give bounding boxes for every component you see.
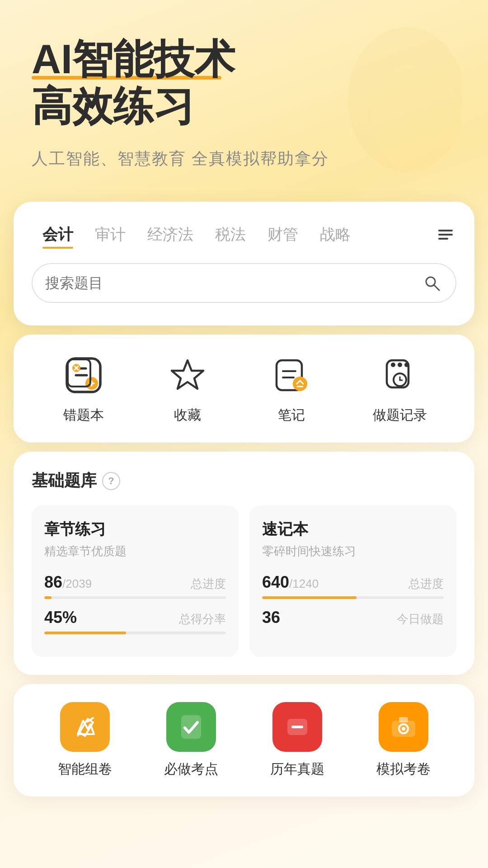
tab-accounting[interactable]: 会计 [32, 220, 84, 250]
search-bar[interactable] [32, 263, 456, 303]
tool-must-do[interactable]: 必做考点 [164, 702, 218, 778]
svg-line-3 [434, 285, 439, 290]
quick-notes-desc: 零碎时间快速练习 [262, 543, 444, 559]
tab-finance[interactable]: 财管 [257, 220, 309, 250]
action-notes[interactable]: 笔记 [269, 353, 314, 425]
quick-actions-card: 错题本 收藏 笔记 [14, 335, 474, 443]
base-library-card: 基础题库 ? 章节练习 精选章节优质题 86/2039 总进度 45% 总得分率 [14, 452, 474, 675]
favorites-label: 收藏 [174, 406, 201, 425]
svg-point-26 [404, 363, 409, 367]
chapter-score-bar [44, 632, 226, 634]
svg-rect-39 [399, 717, 408, 722]
notes-label: 笔记 [278, 406, 305, 425]
quick-notes-title: 速记本 [262, 519, 444, 540]
hero-subtitle: 人工智能、智慧教育 全真模拟帮助拿分 [32, 148, 456, 170]
tab-economic-law[interactable]: 经济法 [136, 220, 204, 250]
tab-menu-icon[interactable] [435, 226, 456, 243]
lib-cards-grid: 章节练习 精选章节优质题 86/2039 总进度 45% 总得分率 速记本 零碎… [32, 505, 456, 657]
tool-past-exams[interactable]: 历年真题 [270, 702, 324, 778]
hero-title-line1: AI智能技术 [32, 36, 456, 83]
history-icon [377, 353, 422, 398]
svg-point-25 [398, 363, 402, 367]
chapter-score-main: 45% [44, 608, 77, 627]
chapter-progress-fill [44, 596, 52, 599]
chapter-practice-title: 章节练习 [44, 519, 226, 540]
search-icon[interactable] [421, 272, 443, 294]
action-wrong-book[interactable]: 错题本 [61, 353, 106, 425]
section-title-text: 基础题库 [32, 470, 97, 492]
quick-notes-progress-bar [262, 596, 444, 599]
tabs-bar: 会计 审计 经济法 税法 财管 战略 [32, 220, 456, 250]
chapter-score-fill [44, 632, 126, 634]
quick-notes-today-main: 36 [262, 608, 280, 627]
past-exams-label: 历年真题 [270, 760, 324, 778]
quick-notes-progress-fill [262, 596, 357, 599]
smart-paper-label: 智能组卷 [58, 760, 112, 778]
mock-exam-icon [379, 702, 428, 752]
help-icon[interactable]: ? [102, 472, 120, 490]
chapter-progress-bar [44, 596, 226, 599]
wrong-book-icon [61, 353, 106, 398]
action-history[interactable]: 做题记录 [373, 353, 427, 425]
chapter-stat-main: 86/2039 [44, 573, 92, 592]
main-card: 会计 审计 经济法 税法 财管 战略 [14, 202, 474, 326]
hero-title-line2: 高效练习 [32, 83, 456, 130]
chapter-stat-label: 总进度 [191, 576, 226, 592]
must-do-label: 必做考点 [164, 760, 218, 778]
wrong-book-label: 错题本 [63, 406, 104, 425]
chapter-practice-card[interactable]: 章节练习 精选章节优质题 86/2039 总进度 45% 总得分率 [32, 505, 239, 657]
svg-point-38 [402, 727, 405, 731]
tool-mock-exam[interactable]: 模拟考卷 [376, 702, 431, 778]
bottom-tools-card: 智能组卷 必做考点 历年真题 [14, 684, 474, 797]
must-do-icon [166, 702, 216, 752]
tool-smart-paper[interactable]: 智能组卷 [58, 702, 112, 778]
quick-notes-stat-main: 640/1240 [262, 573, 319, 592]
history-label: 做题记录 [373, 406, 427, 425]
quick-notes-today-label: 今日做题 [397, 611, 444, 627]
svg-marker-15 [172, 360, 203, 389]
chapter-practice-desc: 精选章节优质题 [44, 543, 226, 559]
tab-tax-law[interactable]: 税法 [204, 220, 257, 250]
smart-paper-icon [60, 702, 110, 752]
hero-title: AI智能技术 高效练习 [32, 36, 456, 130]
mock-exam-label: 模拟考卷 [376, 760, 431, 778]
past-exams-icon [272, 702, 322, 752]
notes-icon [269, 353, 314, 398]
svg-point-19 [293, 377, 307, 391]
tab-strategy[interactable]: 战略 [309, 220, 361, 250]
chapter-score-label: 总得分率 [179, 611, 226, 627]
favorites-icon [165, 353, 210, 398]
quick-notes-stat-label: 总进度 [408, 576, 444, 592]
svg-point-24 [391, 363, 395, 367]
hero-section: AI智能技术 高效练习 人工智能、智慧教育 全真模拟帮助拿分 [0, 0, 488, 188]
section-title: 基础题库 ? [32, 470, 456, 492]
quick-notes-card[interactable]: 速记本 零碎时间快速练习 640/1240 总进度 36 今日做题 [249, 505, 456, 657]
search-input[interactable] [45, 275, 414, 292]
tab-audit[interactable]: 审计 [84, 220, 136, 250]
action-favorites[interactable]: 收藏 [165, 353, 210, 425]
